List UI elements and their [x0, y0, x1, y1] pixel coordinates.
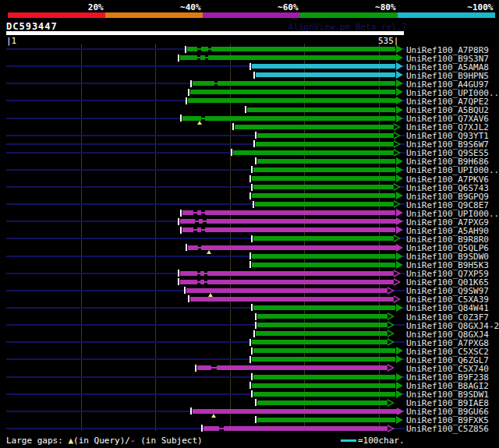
alignment-start-tick [185, 46, 186, 53]
arrowhead-filled-icon [396, 166, 403, 174]
alignment-bar[interactable] [188, 245, 396, 250]
arrowhead-filled-icon [396, 252, 403, 260]
alignment-bar[interactable] [252, 64, 395, 69]
subject-gap-dash-icon [197, 48, 201, 50]
alignment-bar[interactable] [182, 210, 395, 215]
alignment-bar[interactable] [252, 383, 395, 388]
alignment-bar[interactable] [257, 133, 394, 138]
alignment-bar[interactable] [190, 297, 394, 302]
alignment-bar[interactable] [188, 98, 396, 103]
subject-gap-dash-icon [203, 220, 207, 222]
arrowhead-filled-icon [396, 261, 403, 269]
alignment-start-tick [186, 244, 187, 251]
subject-gap-dash-icon [201, 118, 205, 119]
alignment-bar[interactable] [252, 357, 395, 362]
alignment-bar[interactable] [247, 108, 395, 112]
alignment-start-tick [180, 227, 182, 234]
alignment-bar[interactable] [252, 193, 395, 198]
arrowhead-filled-icon [396, 192, 403, 199]
alignment-bar[interactable] [180, 271, 394, 276]
alignment-start-tick [250, 261, 251, 268]
alignment-start-tick [250, 252, 251, 259]
alignment-bar[interactable] [235, 125, 393, 129]
alignment-bar[interactable] [193, 409, 398, 414]
alignment-bar[interactable] [256, 331, 388, 336]
alignment-start-tick [250, 339, 251, 346]
identity-scale-label: ~100% [467, 2, 493, 12]
arrowhead-hollow-inner [394, 202, 398, 206]
alignment-bar[interactable] [186, 288, 388, 293]
arrowhead-hollow-inner [388, 365, 392, 370]
alignment-bar[interactable] [256, 142, 394, 146]
identity-scale-label: 20% [88, 2, 104, 12]
alignment-start-tick [178, 55, 179, 62]
arrowhead-hollow-inner [388, 288, 392, 293]
query-id: DC593447 [6, 21, 58, 32]
alignment-bar[interactable] [253, 168, 395, 172]
subject-gap-dash-icon [201, 229, 205, 231]
alignment-start-tick [255, 132, 257, 139]
arrowhead-hollow-inner [394, 142, 398, 146]
identity-scale-label: ~40% [180, 2, 201, 12]
identity-scale-label: ~60% [278, 2, 299, 12]
identity-scale-label: ~80% [375, 2, 396, 12]
arrowhead-filled-icon [396, 115, 403, 122]
alignment-bar[interactable] [197, 365, 388, 370]
query-gap-triangle-icon [207, 250, 211, 254]
hit-label[interactable]: UniRef100_C5Z856 [406, 424, 489, 434]
arrowhead-filled-icon [396, 106, 403, 114]
alignment-bar[interactable] [190, 90, 396, 94]
alignment-start-tick [253, 72, 255, 79]
arrowhead-filled-icon [396, 382, 403, 390]
hundred-char-key-icon [341, 439, 356, 442]
query-gap-triangle-icon [211, 414, 216, 418]
alignment-bar[interactable] [180, 280, 394, 284]
alignment-bar[interactable] [257, 323, 388, 327]
alignment-bar[interactable] [257, 418, 396, 422]
alignment-bar[interactable] [257, 159, 396, 164]
alignment-start-tick [178, 218, 179, 225]
arrowhead-filled-icon [396, 304, 403, 312]
alignment-bar[interactable] [257, 400, 388, 405]
alignment-start-tick [250, 382, 251, 389]
alignment-bar[interactable] [180, 55, 396, 60]
subject-gap-dash-icon [208, 48, 211, 50]
alignment-bar[interactable] [180, 219, 396, 224]
alignment-start-tick [251, 373, 253, 380]
alignment-bar[interactable] [233, 150, 393, 155]
alignment-bar[interactable] [256, 72, 396, 77]
arrowhead-hollow-inner [388, 331, 392, 336]
arrowhead-filled-icon [396, 209, 403, 217]
arrowhead-hollow-inner [394, 185, 398, 189]
alignment-bar[interactable] [253, 348, 395, 353]
subject-gap-dash-icon [197, 281, 201, 283]
alignment-start-tick [253, 330, 255, 337]
arrowhead-filled-icon [396, 79, 403, 87]
alignment-bar[interactable] [203, 426, 388, 431]
alignment-bar[interactable] [253, 375, 395, 379]
alignment-bar[interactable] [187, 47, 395, 51]
alignment-bar[interactable] [252, 254, 395, 259]
alignment-bar[interactable] [182, 228, 395, 232]
alignment-bar[interactable] [252, 263, 395, 267]
alignment-bar[interactable] [253, 392, 395, 397]
arrowhead-filled-icon [396, 373, 403, 381]
query-gap-triangle-icon [197, 121, 202, 125]
alignment-bar[interactable] [253, 305, 395, 310]
alignment-bar[interactable] [253, 236, 394, 241]
alignment-bar[interactable] [253, 185, 394, 189]
alignment-start-tick [184, 287, 186, 294]
alignment-bar[interactable] [255, 202, 394, 206]
arrowhead-hollow-inner [394, 125, 398, 129]
legend-mid: (in Query)/ [73, 436, 130, 446]
alignment-bar[interactable] [182, 116, 395, 121]
identity-scale-segment [105, 12, 203, 18]
alignment-bar[interactable] [257, 314, 388, 319]
arrowhead-hollow-inner [394, 271, 398, 276]
alignment-bar[interactable] [193, 81, 396, 86]
alignment-start-tick [251, 390, 253, 397]
alignment-bar[interactable] [252, 176, 395, 181]
identity-scale-segment [300, 12, 398, 18]
arrowhead-filled-icon [397, 407, 404, 415]
alignment-bar[interactable] [252, 340, 388, 344]
